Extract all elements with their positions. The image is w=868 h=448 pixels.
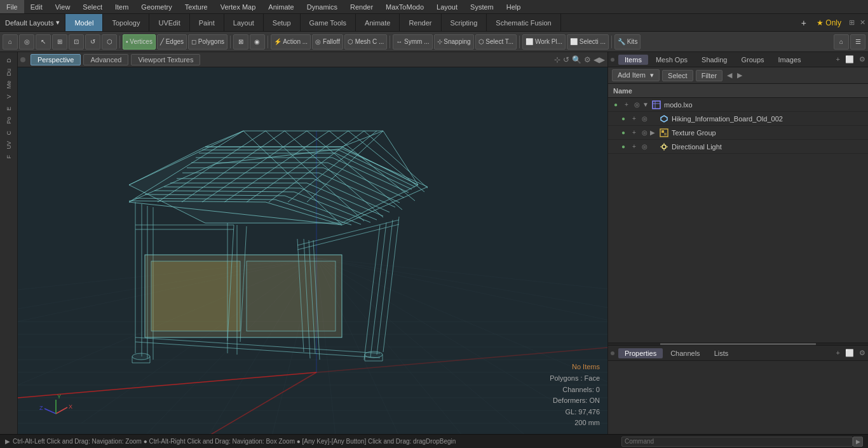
transform-button[interactable]: ⊞	[52, 34, 67, 50]
scale-button[interactable]: ⊡	[69, 34, 84, 50]
menu-vertexmap[interactable]: Vertex Map	[214, 0, 262, 13]
lock-icon-modolxo[interactable]: ◎	[632, 100, 641, 109]
render-vis-icon-light[interactable]: +	[630, 142, 639, 151]
selection-button[interactable]: ⬜ Selecti ...	[567, 34, 609, 50]
command-input[interactable]	[621, 437, 853, 447]
select-button[interactable]: Select	[662, 70, 693, 81]
prop-tab-properties[interactable]: Properties	[618, 348, 663, 358]
sidebar-item-mesh[interactable]: Me	[2, 79, 16, 90]
sidebar-item-v[interactable]: V	[2, 91, 16, 102]
snapping-button[interactable]: ⊹ Snapping	[434, 34, 474, 50]
panel-tab-items[interactable]: Items	[618, 55, 648, 65]
star-only-button[interactable]: ★ Only	[811, 18, 846, 27]
tab-schematic[interactable]: Schematic Fusion	[487, 14, 560, 31]
symmetry-button[interactable]: ↔ Symm ...	[393, 34, 432, 50]
tab-animate[interactable]: Animate	[356, 14, 400, 31]
menu-maxtomodo[interactable]: MaxToModo	[379, 0, 430, 13]
item-row-modolxo[interactable]: ● + ◎ ▼ modo.lxo	[608, 98, 868, 112]
menu-select[interactable]: Select	[76, 0, 109, 13]
viewport-home-icon[interactable]: ⌂	[834, 34, 849, 50]
cursor-button[interactable]: ↖	[36, 34, 51, 50]
panel-settings-icon[interactable]: ⚙	[859, 55, 865, 64]
panel-tab-images[interactable]: Images	[772, 55, 808, 65]
panel-right-icon[interactable]: ▶	[735, 71, 744, 79]
visibility-icon-texture[interactable]: ●	[618, 128, 628, 138]
lock-icon-texture[interactable]: ◎	[640, 128, 649, 137]
mirror-button[interactable]: ◉	[250, 34, 265, 50]
expand-icon-modolxo[interactable]: ▼	[642, 101, 651, 108]
item-row-texture[interactable]: ● + ◎ ▶ Texture Group	[608, 126, 868, 140]
filter-button[interactable]: Filter	[696, 70, 722, 81]
workplane-button[interactable]: ⬜ Work Pl...	[522, 34, 566, 50]
viewport-settings-icon[interactable]: ⚙	[584, 55, 591, 64]
lock-icon-light[interactable]: ◎	[640, 142, 649, 151]
menu-file[interactable]: File	[0, 0, 24, 13]
render-vis-icon-texture[interactable]: +	[630, 128, 639, 137]
close-layout-icon[interactable]: ✕	[857, 18, 868, 27]
vp-tab-textures[interactable]: Viewport Textures	[131, 54, 200, 65]
tab-layout[interactable]: Layout	[224, 14, 264, 31]
panel-tab-shading[interactable]: Shading	[695, 55, 733, 65]
panel-expand-icon[interactable]: ⬜	[845, 55, 854, 64]
viewport-settings-icon[interactable]: ☰	[850, 34, 865, 50]
menu-help[interactable]: Help	[500, 0, 527, 13]
viewport-zoom-icon[interactable]: 🔍	[572, 55, 581, 64]
prop-settings-icon[interactable]: ⚙	[859, 349, 865, 357]
render-vis-icon-hiking[interactable]: +	[630, 114, 639, 123]
pivot-button[interactable]: ⬡	[102, 34, 117, 50]
maximize-icon[interactable]: ⊞	[846, 18, 857, 27]
expand-icon-texture[interactable]: ▶	[650, 129, 659, 136]
panel-collapse-icon[interactable]	[611, 58, 614, 62]
sidebar-item-c[interactable]: C	[2, 127, 16, 139]
sidebar-item-e[interactable]: E	[2, 103, 16, 114]
menu-layout[interactable]: Layout	[430, 0, 464, 13]
falloff-button[interactable]: ◎ Falloff	[312, 34, 343, 50]
sym-button[interactable]: ⊠	[233, 34, 248, 50]
prop-add-icon[interactable]: +	[836, 349, 840, 357]
globe-button[interactable]: ◎	[19, 34, 34, 50]
prop-collapse-icon[interactable]	[611, 351, 614, 355]
menu-geometry[interactable]: Geometry	[135, 0, 178, 13]
vp-tab-advanced[interactable]: Advanced	[83, 54, 128, 65]
add-layout-button[interactable]: +	[796, 18, 811, 28]
panel-add-icon[interactable]: +	[836, 55, 840, 64]
menu-dynamics[interactable]: Dynamics	[301, 0, 344, 13]
panel-tab-groups[interactable]: Groups	[735, 55, 770, 65]
viewport-refresh-icon[interactable]: ↺	[563, 55, 569, 64]
visibility-icon-light[interactable]: ●	[618, 142, 628, 152]
edges-button[interactable]: ╱ Edges	[157, 34, 187, 50]
menu-edit[interactable]: Edit	[24, 0, 49, 13]
visibility-icon-hiking[interactable]: ●	[618, 114, 628, 124]
mesh-button[interactable]: ⬡ Mesh C ...	[344, 34, 387, 50]
vertices-button[interactable]: ▪ Vertices	[123, 34, 156, 50]
menu-item[interactable]: Item	[109, 0, 135, 13]
sidebar-item-pol[interactable]: Po	[2, 115, 16, 126]
panel-left-icon[interactable]: ◀	[725, 71, 734, 79]
tab-gametools[interactable]: Game Tools	[301, 14, 356, 31]
tab-uvedit[interactable]: UVEdit	[149, 14, 189, 31]
action-button[interactable]: ⚡ Action ...	[271, 34, 311, 50]
lock-icon-hiking[interactable]: ◎	[640, 114, 649, 123]
sidebar-item-f[interactable]: F	[2, 151, 16, 163]
viewport-collapse-icon[interactable]	[20, 57, 25, 62]
vp-tab-perspective[interactable]: Perspective	[31, 54, 81, 65]
status-arrow-icon[interactable]: ▶	[5, 438, 10, 445]
menu-texture[interactable]: Texture	[179, 0, 214, 13]
command-execute-button[interactable]: ▶	[853, 437, 863, 447]
menu-animate[interactable]: Animate	[262, 0, 300, 13]
sidebar-item-dup[interactable]: Du	[2, 67, 16, 78]
polygons-button[interactable]: ◻ Polygons	[188, 34, 227, 50]
visibility-icon-modolxo[interactable]: ●	[611, 100, 621, 110]
tab-paint[interactable]: Paint	[190, 14, 224, 31]
prop-tab-channels[interactable]: Channels	[664, 348, 706, 358]
3d-viewport[interactable]: X Z Y No Items Polygons : Face Channels:…	[18, 67, 607, 434]
home-button[interactable]: ⌂	[3, 34, 18, 50]
layout-dropdown[interactable]: Default Layouts ▾	[0, 14, 65, 31]
viewport-expand-icon[interactable]: ◀▶	[593, 55, 605, 64]
select-tool-button[interactable]: ⬡ Select T...	[475, 34, 517, 50]
tab-render[interactable]: Render	[400, 14, 441, 31]
viewport-move-icon[interactable]: ⊹	[554, 55, 560, 64]
kits-button[interactable]: 🔧 Kits	[614, 34, 641, 50]
menu-view[interactable]: View	[49, 0, 77, 13]
render-vis-icon-modolxo[interactable]: +	[622, 100, 631, 109]
